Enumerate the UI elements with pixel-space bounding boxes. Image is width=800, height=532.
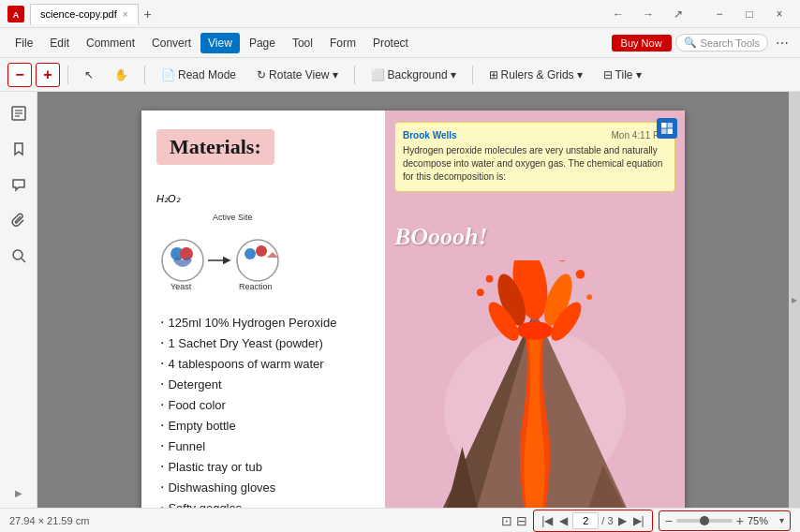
diagram-area: H₂O₂ Active Site [156,185,370,304]
zoom-out-button[interactable]: − [665,513,673,528]
background-label: Background [388,68,448,81]
zoom-in-button[interactable]: + [736,513,744,528]
title-bar: A science-copy.pdf × + ← → ↗ − □ × [0,0,800,28]
title-bar-left: A science-copy.pdf × + [7,4,152,24]
sidebar-pages-icon[interactable] [5,99,33,127]
volcano-image: 4400°c [385,260,685,508]
zoom-controls: − + 75% ▾ [659,510,791,531]
zoom-minus-button[interactable]: − [7,63,32,87]
material-item-2: 1 Sachet Dry Yeast (powder) [156,334,370,351]
tab-close-icon[interactable]: × [123,9,128,20]
microsoft-icon[interactable] [657,118,677,139]
menu-bar: File Edit Comment Convert View Page Tool… [0,28,800,58]
app-icon: A [7,6,24,22]
menu-tool[interactable]: Tool [285,33,320,53]
fit-width-icon[interactable]: ⊡ [501,513,512,528]
toolbar-separator-4 [472,66,473,84]
page-navigation: |◀ ◀ / 3 ▶ ▶| [533,510,652,532]
read-mode-label: Read Mode [178,68,236,81]
buy-now-button[interactable]: Buy Now [612,35,672,52]
read-mode-button[interactable]: 📄 Read Mode [153,63,244,87]
svg-point-32 [486,275,494,283]
prev-page-button[interactable]: ◀ [557,514,570,527]
tile-dropdown-icon: ▾ [636,68,642,81]
toolbar-separator-2 [144,66,145,84]
sidebar-attachment-icon[interactable] [5,206,33,234]
sidebar-search-icon[interactable] [5,242,33,270]
enzyme-diagram: Active Site [156,209,306,293]
material-item-3: 4 tablespoons of warm water [156,355,370,372]
rotate-view-button[interactable]: ↻ Rotate View ▾ [248,63,346,87]
menu-protect[interactable]: Protect [365,33,416,53]
menu-view[interactable]: View [200,33,240,53]
rotate-dropdown-icon: ▾ [333,68,338,81]
menu-file[interactable]: File [7,33,40,53]
close-button[interactable]: × [766,5,793,23]
new-tab-button[interactable]: + [144,7,152,22]
svg-text:Yeast: Yeast [170,282,192,291]
hand-tool-button[interactable]: ✋ [106,63,137,87]
menu-form[interactable]: Form [322,33,363,53]
first-page-button[interactable]: |◀ [540,514,555,527]
material-item-7: Funnel [156,437,370,454]
zoom-thumb[interactable] [700,516,709,525]
pdf-page: Materials: H₂O₂ Active Site [141,111,685,508]
toolbar: − + ↖ ✋ 📄 Read Mode ↻ Rotate View ▾ ⬜ Ba… [0,58,800,92]
svg-point-37 [586,294,592,300]
zoom-plus-button[interactable]: + [36,63,60,87]
status-bar-right: ⊡ ⊟ |◀ ◀ / 3 ▶ ▶| − + 75% ▾ [501,510,791,532]
svg-rect-44 [661,129,667,135]
zoom-slider[interactable] [676,519,733,523]
svg-rect-45 [668,129,674,135]
search-tools-icon: 🔍 [684,37,697,49]
rulers-label: Rulers & Grids [501,68,574,81]
nav-back-button[interactable]: ← [605,5,631,23]
tab-filename: science-copy.pdf [40,8,117,20]
search-tools-box[interactable]: 🔍 Search Tools [675,34,768,52]
page-number-input[interactable] [572,512,599,529]
tile-icon: ⊟ [603,68,613,81]
cursor-icon: ↖ [84,68,94,81]
right-sidebar-handle[interactable]: ▶ [789,92,800,508]
select-tool-button[interactable]: ↖ [76,63,102,87]
nav-forward-button[interactable]: → [635,5,661,23]
svg-text:Active Site: Active Site [213,213,253,222]
pdf-right-content: Brook Wells Mon 4:11 PM Hydrogen peroxid… [385,111,685,508]
svg-rect-42 [661,123,667,128]
rulers-icon: ⊞ [489,68,498,81]
material-item-6: Empty bottle [156,417,370,434]
pdf-left-content: Materials: H₂O₂ Active Site [141,111,385,508]
sidebar-bookmark-icon[interactable] [5,135,33,163]
next-page-button[interactable]: ▶ [616,514,629,527]
pdf-tab[interactable]: science-copy.pdf × [30,4,139,24]
rulers-dropdown-icon: ▾ [577,68,583,81]
menu-comment[interactable]: Comment [79,33,142,53]
external-link-button[interactable]: ↗ [665,5,691,23]
tile-button[interactable]: ⊟ Tile ▾ [595,63,650,87]
rotate-icon: ↻ [257,68,266,81]
menu-page[interactable]: Page [242,33,283,53]
sidebar-expand-button[interactable]: ▶ [11,485,26,500]
toolbar-separator-1 [67,66,68,84]
minimize-button[interactable]: − [706,5,733,23]
last-page-button[interactable]: ▶| [631,514,646,527]
maximize-button[interactable]: □ [736,5,763,23]
background-dropdown-icon: ▾ [451,68,456,81]
svg-point-38 [477,288,484,296]
sidebar-comment-icon[interactable] [5,170,33,199]
svg-point-15 [256,245,267,257]
material-item-10: Safty goggles [156,499,370,508]
hand-icon: ✋ [114,68,128,81]
pdf-area[interactable]: Materials: H₂O₂ Active Site [37,92,789,508]
menu-extra-icon[interactable]: ⋯ [772,34,793,52]
document-dimensions: 27.94 × 21.59 cm [9,515,89,526]
annotation-box[interactable]: Brook Wells Mon 4:11 PM Hydrogen peroxid… [394,122,675,192]
menu-edit[interactable]: Edit [42,33,77,53]
fit-page-icon[interactable]: ⊟ [516,513,527,528]
material-item-9: Dishwashing gloves [156,479,370,495]
menu-convert[interactable]: Convert [144,33,199,53]
svg-point-31 [576,270,585,279]
zoom-dropdown-icon[interactable]: ▾ [779,515,784,525]
background-button[interactable]: ⬜ Background ▾ [363,63,465,87]
rulers-grids-button[interactable]: ⊞ Rulers & Grids ▾ [481,63,591,87]
